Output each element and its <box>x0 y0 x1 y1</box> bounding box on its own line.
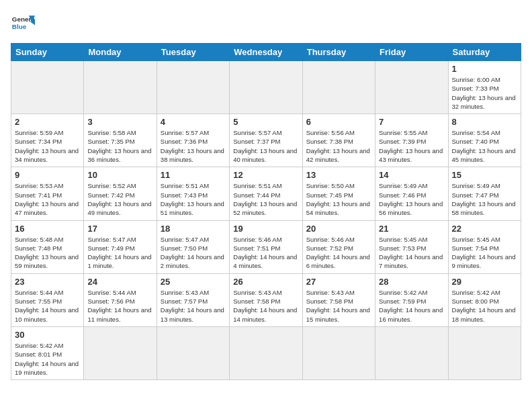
day-info: Sunrise: 5:48 AMSunset: 7:48 PMDaylight:… <box>15 235 80 271</box>
calendar-cell <box>230 61 302 114</box>
logo-icon: General Blue <box>11 11 35 35</box>
day-info: Sunrise: 5:51 AMSunset: 7:43 PMDaylight:… <box>161 181 226 217</box>
calendar-cell: 9Sunrise: 5:53 AMSunset: 7:41 PMDaylight… <box>11 167 84 220</box>
calendar-cell <box>157 61 229 114</box>
day-info: Sunrise: 5:42 AMSunset: 8:00 PMDaylight:… <box>452 288 517 324</box>
day-number: 20 <box>306 224 371 234</box>
day-info: Sunrise: 5:44 AMSunset: 7:55 PMDaylight:… <box>15 288 80 324</box>
calendar-cell: 22Sunrise: 5:45 AMSunset: 7:54 PMDayligh… <box>448 220 521 273</box>
weekday-header-sunday: Sunday <box>11 44 84 61</box>
calendar-cell: 24Sunrise: 5:44 AMSunset: 7:56 PMDayligh… <box>84 273 157 326</box>
calendar-header-row: SundayMondayTuesdayWednesdayThursdayFrid… <box>11 44 521 61</box>
day-number: 28 <box>379 277 444 287</box>
day-info: Sunrise: 5:43 AMSunset: 7:57 PMDaylight:… <box>161 288 226 324</box>
day-number: 14 <box>379 170 444 180</box>
weekday-header-thursday: Thursday <box>302 44 375 61</box>
day-number: 25 <box>161 277 226 287</box>
day-info: Sunrise: 5:59 AMSunset: 7:34 PMDaylight:… <box>15 128 80 164</box>
calendar-cell: 23Sunrise: 5:44 AMSunset: 7:55 PMDayligh… <box>11 273 84 326</box>
day-number: 22 <box>452 224 517 234</box>
day-info: Sunrise: 5:46 AMSunset: 7:51 PMDaylight:… <box>233 235 298 271</box>
day-number: 27 <box>306 277 371 287</box>
calendar-table: SundayMondayTuesdayWednesdayThursdayFrid… <box>11 43 521 380</box>
day-info: Sunrise: 5:42 AMSunset: 7:59 PMDaylight:… <box>379 288 444 324</box>
calendar-cell: 6Sunrise: 5:56 AMSunset: 7:38 PMDaylight… <box>302 114 375 167</box>
calendar-cell: 5Sunrise: 5:57 AMSunset: 7:37 PMDaylight… <box>230 114 302 167</box>
page-header: General Blue <box>11 11 521 35</box>
calendar-cell: 19Sunrise: 5:46 AMSunset: 7:51 PMDayligh… <box>230 220 302 273</box>
calendar-week-4: 16Sunrise: 5:48 AMSunset: 7:48 PMDayligh… <box>11 220 521 273</box>
day-number: 16 <box>15 224 80 234</box>
day-number: 7 <box>379 117 444 127</box>
calendar-cell: 21Sunrise: 5:45 AMSunset: 7:53 PMDayligh… <box>375 220 448 273</box>
day-number: 1 <box>452 64 517 74</box>
day-info: Sunrise: 5:57 AMSunset: 7:37 PMDaylight:… <box>233 128 298 164</box>
calendar-week-6: 30Sunrise: 5:42 AMSunset: 8:01 PMDayligh… <box>11 326 521 379</box>
calendar-cell <box>302 61 375 114</box>
day-info: Sunrise: 5:47 AMSunset: 7:49 PMDaylight:… <box>87 235 152 271</box>
day-info: Sunrise: 6:00 AMSunset: 7:33 PMDaylight:… <box>452 75 517 111</box>
day-info: Sunrise: 5:47 AMSunset: 7:50 PMDaylight:… <box>161 235 226 271</box>
day-number: 19 <box>233 224 298 234</box>
calendar-cell: 15Sunrise: 5:49 AMSunset: 7:47 PMDayligh… <box>448 167 521 220</box>
calendar-cell <box>375 61 448 114</box>
calendar-cell: 11Sunrise: 5:51 AMSunset: 7:43 PMDayligh… <box>157 167 229 220</box>
calendar-cell: 18Sunrise: 5:47 AMSunset: 7:50 PMDayligh… <box>157 220 229 273</box>
calendar-cell: 3Sunrise: 5:58 AMSunset: 7:35 PMDaylight… <box>84 114 157 167</box>
calendar-cell: 20Sunrise: 5:46 AMSunset: 7:52 PMDayligh… <box>302 220 375 273</box>
calendar-cell <box>11 61 84 114</box>
day-info: Sunrise: 5:57 AMSunset: 7:36 PMDaylight:… <box>161 128 226 164</box>
calendar-cell: 7Sunrise: 5:55 AMSunset: 7:39 PMDaylight… <box>375 114 448 167</box>
day-number: 5 <box>233 117 298 127</box>
day-number: 6 <box>306 117 371 127</box>
calendar-cell: 25Sunrise: 5:43 AMSunset: 7:57 PMDayligh… <box>157 273 229 326</box>
day-number: 12 <box>233 170 298 180</box>
day-info: Sunrise: 5:45 AMSunset: 7:53 PMDaylight:… <box>379 235 444 271</box>
calendar-cell <box>157 326 229 379</box>
calendar-cell: 12Sunrise: 5:51 AMSunset: 7:44 PMDayligh… <box>230 167 302 220</box>
weekday-header-wednesday: Wednesday <box>230 44 302 61</box>
day-info: Sunrise: 5:49 AMSunset: 7:47 PMDaylight:… <box>452 181 517 217</box>
day-number: 24 <box>87 277 152 287</box>
day-info: Sunrise: 5:43 AMSunset: 7:58 PMDaylight:… <box>233 288 298 324</box>
day-number: 18 <box>161 224 226 234</box>
day-number: 2 <box>15 117 80 127</box>
calendar-cell: 4Sunrise: 5:57 AMSunset: 7:36 PMDaylight… <box>157 114 229 167</box>
weekday-header-saturday: Saturday <box>448 44 521 61</box>
day-info: Sunrise: 5:43 AMSunset: 7:58 PMDaylight:… <box>306 288 371 324</box>
day-number: 4 <box>161 117 226 127</box>
day-info: Sunrise: 5:54 AMSunset: 7:40 PMDaylight:… <box>452 128 517 164</box>
calendar-cell: 30Sunrise: 5:42 AMSunset: 8:01 PMDayligh… <box>11 326 84 379</box>
day-info: Sunrise: 5:55 AMSunset: 7:39 PMDaylight:… <box>379 128 444 164</box>
day-number: 15 <box>452 170 517 180</box>
calendar-cell: 17Sunrise: 5:47 AMSunset: 7:49 PMDayligh… <box>84 220 157 273</box>
day-number: 11 <box>161 170 226 180</box>
day-info: Sunrise: 5:52 AMSunset: 7:42 PMDaylight:… <box>87 181 152 217</box>
calendar-cell <box>230 326 302 379</box>
calendar-cell <box>448 326 521 379</box>
day-number: 29 <box>452 277 517 287</box>
calendar-cell: 26Sunrise: 5:43 AMSunset: 7:58 PMDayligh… <box>230 273 302 326</box>
day-info: Sunrise: 5:50 AMSunset: 7:45 PMDaylight:… <box>306 181 371 217</box>
calendar-cell: 2Sunrise: 5:59 AMSunset: 7:34 PMDaylight… <box>11 114 84 167</box>
calendar-cell <box>84 326 157 379</box>
day-number: 3 <box>87 117 152 127</box>
day-number: 10 <box>87 170 152 180</box>
day-number: 26 <box>233 277 298 287</box>
day-info: Sunrise: 5:44 AMSunset: 7:56 PMDaylight:… <box>87 288 152 324</box>
weekday-header-friday: Friday <box>375 44 448 61</box>
day-number: 8 <box>452 117 517 127</box>
day-info: Sunrise: 5:56 AMSunset: 7:38 PMDaylight:… <box>306 128 371 164</box>
logo: General Blue <box>11 11 35 35</box>
calendar-cell: 29Sunrise: 5:42 AMSunset: 8:00 PMDayligh… <box>448 273 521 326</box>
day-info: Sunrise: 5:46 AMSunset: 7:52 PMDaylight:… <box>306 235 371 271</box>
day-info: Sunrise: 5:49 AMSunset: 7:46 PMDaylight:… <box>379 181 444 217</box>
calendar-cell <box>84 61 157 114</box>
calendar-week-1: 1Sunrise: 6:00 AMSunset: 7:33 PMDaylight… <box>11 61 521 114</box>
day-info: Sunrise: 5:51 AMSunset: 7:44 PMDaylight:… <box>233 181 298 217</box>
calendar-week-2: 2Sunrise: 5:59 AMSunset: 7:34 PMDaylight… <box>11 114 521 167</box>
calendar-week-3: 9Sunrise: 5:53 AMSunset: 7:41 PMDaylight… <box>11 167 521 220</box>
weekday-header-tuesday: Tuesday <box>157 44 229 61</box>
day-number: 30 <box>15 330 80 340</box>
day-info: Sunrise: 5:58 AMSunset: 7:35 PMDaylight:… <box>87 128 152 164</box>
